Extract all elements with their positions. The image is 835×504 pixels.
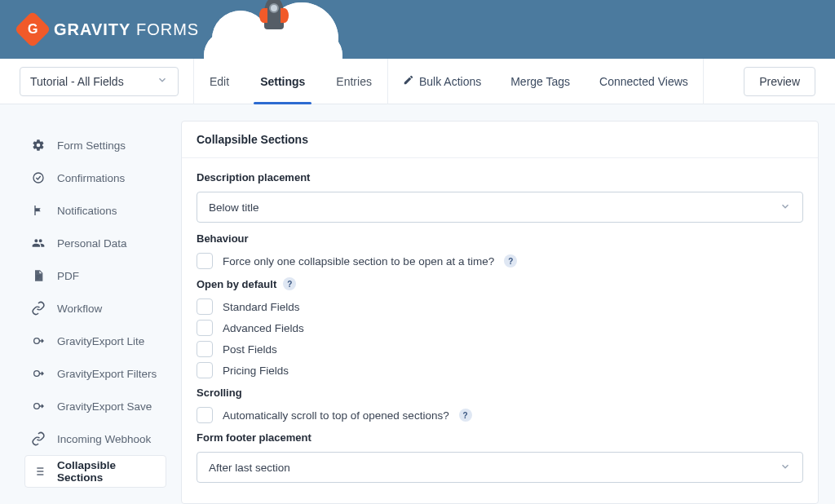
checkbox-standard-fields[interactable] xyxy=(197,298,213,315)
content-area: Collapsible Sections Description placeme… xyxy=(181,104,835,504)
check-circle-icon xyxy=(31,170,46,185)
sidebar-item-pdf[interactable]: PDF xyxy=(24,259,166,292)
svg-point-5 xyxy=(34,371,40,377)
select-footer-placement[interactable]: After last section xyxy=(197,452,803,483)
sidebar-item-workflow[interactable]: Workflow xyxy=(24,292,166,325)
action-merge-tags[interactable]: Merge Tags xyxy=(496,59,585,104)
brand-badge-icon: G xyxy=(14,11,51,47)
export-icon xyxy=(31,399,46,413)
people-icon xyxy=(31,236,46,250)
brand-light: FORMS xyxy=(136,20,199,38)
select-description-placement-value: Below title xyxy=(209,201,259,214)
nav-bar: Tutorial - All Fields Edit Settings Entr… xyxy=(0,59,835,104)
checkbox-pricing-fields-label: Pricing Fields xyxy=(223,365,289,377)
brand-logo: G GRAVITY FORMS xyxy=(20,16,199,42)
tab-entries-label: Entries xyxy=(336,75,372,88)
label-footer-placement: Form footer placement xyxy=(197,431,803,444)
label-open-by-default: Open by default ? xyxy=(197,277,803,290)
sidebar-item-personal-data[interactable]: Personal Data xyxy=(24,227,166,259)
row-standard-fields: Standard Fields xyxy=(197,298,803,315)
tab-entries[interactable]: Entries xyxy=(320,59,387,104)
sidebar-item-label: Notifications xyxy=(57,205,117,217)
label-open-by-default-text: Open by default xyxy=(197,278,276,290)
checkbox-force-one[interactable] xyxy=(197,253,213,269)
checkbox-advanced-fields[interactable] xyxy=(197,320,213,336)
tab-settings[interactable]: Settings xyxy=(245,59,320,104)
tab-edit[interactable]: Edit xyxy=(194,59,245,104)
checkbox-post-fields-label: Post Fields xyxy=(223,343,277,356)
sidebar-item-gravityexport-lite[interactable]: GravityExport Lite xyxy=(24,325,166,357)
row-advanced-fields: Advanced Fields xyxy=(197,320,803,336)
checkbox-standard-fields-label: Standard Fields xyxy=(223,301,300,313)
svg-rect-2 xyxy=(36,276,40,277)
sidebar-item-gravityexport-filters[interactable]: GravityExport Filters xyxy=(24,357,166,390)
tab-settings-label: Settings xyxy=(260,75,305,88)
help-icon[interactable]: ? xyxy=(504,254,517,267)
sidebar-item-label: Workflow xyxy=(57,303,102,315)
svg-point-0 xyxy=(33,173,43,183)
sidebar-item-label: GravityExport Filters xyxy=(57,368,157,380)
select-description-placement[interactable]: Below title xyxy=(197,192,803,223)
action-bulk[interactable]: Bulk Actions xyxy=(388,59,496,104)
action-tabs: Bulk Actions Merge Tags Connected Views xyxy=(388,59,704,104)
action-merge-tags-label: Merge Tags xyxy=(510,75,570,88)
svg-point-6 xyxy=(34,404,40,409)
sidebar-item-incoming-webhook[interactable]: Incoming Webhook xyxy=(24,422,166,455)
chevron-down-icon xyxy=(157,74,168,88)
chevron-down-icon xyxy=(780,201,791,214)
svg-rect-3 xyxy=(36,278,38,279)
panel-title: Collapsible Sections xyxy=(182,122,818,158)
label-behaviour: Behaviour xyxy=(197,232,803,245)
brand-text: GRAVITY FORMS xyxy=(54,20,199,39)
form-selector-value: Tutorial - All Fields xyxy=(30,75,124,88)
sidebar-item-label: Incoming Webhook xyxy=(57,433,151,445)
checkbox-pricing-fields[interactable] xyxy=(197,362,213,378)
link-icon xyxy=(31,431,46,446)
export-icon xyxy=(31,366,46,381)
form-selector-dropdown[interactable]: Tutorial - All Fields xyxy=(20,67,179,96)
brand-bold: GRAVITY xyxy=(54,20,130,38)
panel-body: Description placement Below title Behavi… xyxy=(182,158,818,502)
checkbox-advanced-fields-label: Advanced Fields xyxy=(223,322,304,334)
svg-rect-1 xyxy=(36,275,40,276)
sidebar-item-label: Personal Data xyxy=(57,237,127,250)
row-post-fields: Post Fields xyxy=(197,341,803,357)
settings-sidebar: Form Settings Confirmations Notification… xyxy=(0,104,181,504)
document-icon xyxy=(31,268,46,283)
checkbox-force-one-label: Force only one collapsible section to be… xyxy=(223,255,494,267)
sidebar-item-collapsible-sections[interactable]: Collapsible Sections xyxy=(24,455,166,488)
sidebar-item-label: Form Settings xyxy=(57,139,126,152)
action-bulk-label: Bulk Actions xyxy=(419,75,481,88)
sidebar-item-gravityexport-save[interactable]: GravityExport Save xyxy=(24,390,166,422)
sidebar-item-notifications[interactable]: Notifications xyxy=(24,194,166,227)
checkbox-post-fields[interactable] xyxy=(197,341,213,357)
row-pricing-fields: Pricing Fields xyxy=(197,362,803,378)
sidebar-item-label: Confirmations xyxy=(57,172,125,184)
help-icon[interactable]: ? xyxy=(459,409,472,422)
svg-point-4 xyxy=(34,338,40,344)
preview-button-label: Preview xyxy=(759,75,800,88)
action-connected-views[interactable]: Connected Views xyxy=(585,59,703,104)
sidebar-item-label: GravityExport Lite xyxy=(57,335,144,347)
sidebar-item-label: PDF xyxy=(57,270,79,282)
pencil-icon xyxy=(403,74,414,88)
sidebar-item-form-settings[interactable]: Form Settings xyxy=(24,129,166,161)
app-header: G GRAVITY FORMS xyxy=(0,0,835,59)
row-force-one: Force only one collapsible section to be… xyxy=(197,253,803,269)
tab-edit-label: Edit xyxy=(210,75,229,88)
flag-icon xyxy=(31,203,46,218)
preview-button[interactable]: Preview xyxy=(744,67,815,96)
select-footer-placement-value: After last section xyxy=(209,462,290,474)
list-icon xyxy=(32,464,46,479)
sidebar-item-label: Collapsible Sections xyxy=(57,459,159,484)
checkbox-auto-scroll[interactable] xyxy=(197,407,213,423)
rocket-illustration xyxy=(204,0,342,59)
body-area: Form Settings Confirmations Notification… xyxy=(0,104,835,504)
chevron-down-icon xyxy=(780,461,791,475)
checkbox-auto-scroll-label: Automatically scroll to top of opened se… xyxy=(223,409,449,422)
link-icon xyxy=(31,301,46,316)
help-icon[interactable]: ? xyxy=(283,277,296,290)
export-icon xyxy=(31,334,46,348)
sidebar-item-label: GravityExport Save xyxy=(57,400,152,413)
sidebar-item-confirmations[interactable]: Confirmations xyxy=(24,161,166,194)
